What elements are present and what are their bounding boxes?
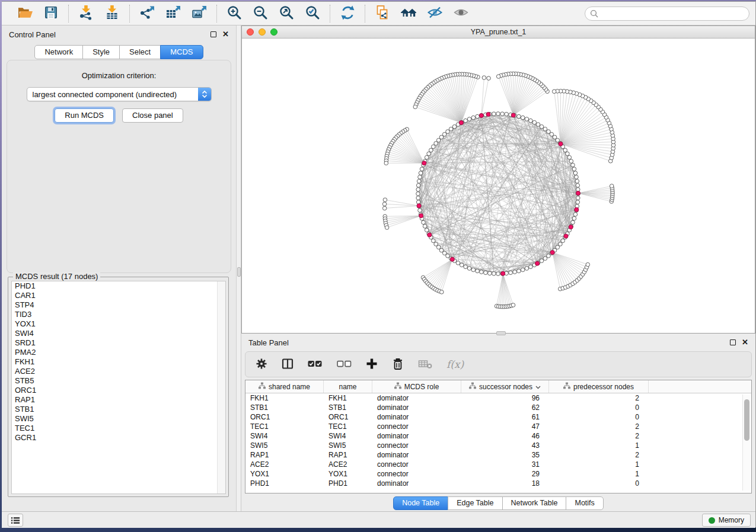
unselect-all-rows-button[interactable] <box>336 355 352 373</box>
mcds-result-item[interactable]: TEC1 <box>12 424 225 433</box>
graph-hub-node[interactable] <box>550 251 554 255</box>
graph-node[interactable] <box>446 254 450 258</box>
graph-node[interactable] <box>576 196 580 200</box>
graph-node[interactable] <box>563 148 567 152</box>
graph-hub-node[interactable] <box>459 121 463 125</box>
graph-node[interactable] <box>417 180 421 184</box>
open-file-button[interactable] <box>16 5 34 23</box>
graph-node[interactable] <box>521 268 525 272</box>
table-row[interactable]: ACE2ACE2connector311 <box>245 460 751 469</box>
mcds-result-item[interactable]: ORC1 <box>12 386 225 395</box>
graph-node[interactable] <box>482 76 486 80</box>
graph-node[interactable] <box>425 155 429 159</box>
mcds-result-item[interactable]: PHD1 <box>12 281 225 291</box>
graph-hub-node[interactable] <box>422 161 426 165</box>
graph-node[interactable] <box>439 248 444 252</box>
table-row[interactable]: STB1STB1dominator620 <box>245 403 751 412</box>
graph-node[interactable] <box>416 196 420 200</box>
tab-mcds[interactable]: MCDS <box>160 45 203 59</box>
table-row[interactable]: SWI5SWI5connector431 <box>245 441 751 450</box>
graph-hub-node[interactable] <box>417 204 421 208</box>
table-row[interactable]: RAP1RAP1dominator352 <box>245 450 751 460</box>
graph-node[interactable] <box>540 259 544 263</box>
graph-node[interactable] <box>575 175 579 180</box>
graph-node[interactable] <box>610 184 614 188</box>
save-session-button[interactable] <box>42 5 60 23</box>
import-table-button[interactable] <box>103 5 121 23</box>
mcds-result-item[interactable]: YOX1 <box>12 319 225 329</box>
graph-node[interactable] <box>476 269 480 273</box>
mcds-result-item[interactable]: CAR1 <box>12 291 225 300</box>
graph-node[interactable] <box>422 220 426 225</box>
graph-node[interactable] <box>488 271 492 275</box>
column-header-name[interactable]: name <box>324 380 372 393</box>
tab-motifs[interactable]: Motifs <box>566 496 603 510</box>
graph-node[interactable] <box>547 254 551 258</box>
mcds-result-item[interactable]: FKH1 <box>12 357 225 367</box>
column-header-shared-name[interactable]: shared name <box>245 380 324 393</box>
table-scrollbar-thumb[interactable] <box>744 399 749 441</box>
graph-node[interactable] <box>420 167 424 171</box>
float-table-panel-icon[interactable] <box>730 339 736 345</box>
graph-node[interactable] <box>434 242 438 246</box>
graph-node[interactable] <box>517 114 521 118</box>
graph-node[interactable] <box>517 269 521 273</box>
graph-node[interactable] <box>413 105 417 109</box>
tab-select[interactable]: Select <box>119 45 161 59</box>
tab-network-table[interactable]: Network Table <box>502 496 567 510</box>
graph-node[interactable] <box>586 262 590 267</box>
graph-hub-node[interactable] <box>486 112 490 116</box>
optimization-dropdown[interactable]: largest connected component (undirected) <box>27 87 212 101</box>
graph-hub-node[interactable] <box>501 271 505 275</box>
graph-node[interactable] <box>521 116 525 120</box>
run-mcds-button[interactable]: Run MCDS <box>55 108 114 123</box>
tab-style[interactable]: Style <box>82 45 120 59</box>
select-all-rows-button[interactable] <box>307 355 323 373</box>
graph-node[interactable] <box>418 209 422 213</box>
close-panel-button[interactable]: Close panel <box>122 108 183 123</box>
graph-node[interactable] <box>572 216 576 220</box>
mcds-result-item[interactable]: SRD1 <box>12 338 225 348</box>
graph-node[interactable] <box>487 76 491 81</box>
close-table-panel-icon[interactable]: ✕ <box>742 339 748 345</box>
fit-content-button[interactable] <box>277 5 295 23</box>
graph-hub-node[interactable] <box>479 113 483 117</box>
graph-node[interactable] <box>416 184 420 188</box>
table-scrollbar[interactable] <box>742 395 750 491</box>
graph-node[interactable] <box>573 213 578 217</box>
graph-node[interactable] <box>573 171 578 175</box>
mcds-result-item[interactable]: TID3 <box>12 310 225 319</box>
graph-node[interactable] <box>382 202 387 206</box>
graph-node[interactable] <box>440 290 444 294</box>
graph-node[interactable] <box>576 184 580 188</box>
graph-node[interactable] <box>492 272 496 276</box>
graph-node[interactable] <box>496 112 500 116</box>
column-header-MCDS-role[interactable]: MCDS role <box>372 380 461 393</box>
graph-hub-node[interactable] <box>575 207 579 211</box>
graph-node[interactable] <box>484 271 488 275</box>
export-table-button[interactable] <box>164 5 182 23</box>
graph-node[interactable] <box>552 89 556 94</box>
graph-node[interactable] <box>566 152 570 156</box>
result-list-scrollbar[interactable] <box>217 281 225 493</box>
graph-node[interactable] <box>553 135 557 139</box>
table-row[interactable]: FKH1FKH1dominator962 <box>245 393 751 403</box>
vertical-splitter-handle[interactable] <box>237 267 241 277</box>
graph-node[interactable] <box>513 270 517 274</box>
graph-node[interactable] <box>576 200 580 204</box>
apply-layout-button[interactable] <box>339 5 356 23</box>
graph-node[interactable] <box>532 120 537 124</box>
graph-node[interactable] <box>449 127 453 132</box>
graph-node[interactable] <box>452 125 457 129</box>
graph-node[interactable] <box>543 257 547 261</box>
graph-node[interactable] <box>419 171 423 175</box>
graph-node[interactable] <box>427 152 431 156</box>
graph-node[interactable] <box>432 145 436 149</box>
graph-node[interactable] <box>556 138 560 142</box>
graph-node[interactable] <box>464 118 468 123</box>
column-header-successor-nodes[interactable]: successor nodes <box>461 380 549 393</box>
graph-hub-node[interactable] <box>564 234 568 238</box>
first-neighbors-button[interactable] <box>400 5 417 23</box>
graph-node[interactable] <box>442 251 446 255</box>
mcds-result-item[interactable]: STP4 <box>12 300 225 310</box>
